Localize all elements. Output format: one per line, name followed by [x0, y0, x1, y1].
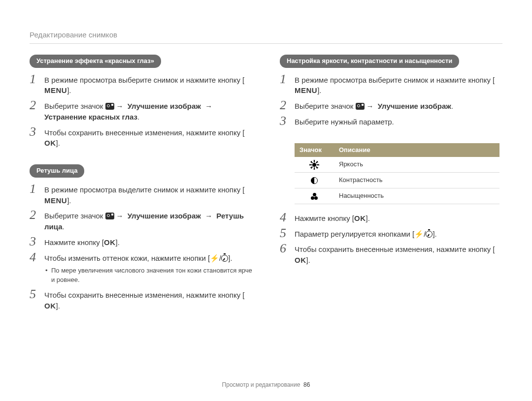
bold-text: Устранение красных глаз — [44, 113, 137, 121]
text: В режиме просмотра выделите снимок и наж… — [44, 185, 245, 194]
params-table: Значок Описание Яркость Контрастность На… — [295, 143, 499, 204]
step: Выберите нужный параметр. — [280, 117, 502, 132]
text: Нажмите кнопку [ — [295, 214, 354, 222]
step: Чтобы сохранить внесенные изменения, наж… — [280, 244, 502, 271]
table-row: Контрастность — [295, 173, 499, 188]
text: ]. — [432, 230, 436, 238]
text: ]. — [306, 256, 310, 264]
page-number: 86 — [303, 381, 310, 388]
steps-face-retouch: В режиме просмотра выделите снимок и наж… — [30, 185, 252, 316]
text: ]. — [56, 139, 60, 147]
note-list: По мере увеличения числового значения то… — [44, 266, 252, 285]
timer-icon — [426, 231, 432, 238]
arrow-icon: → — [114, 212, 126, 220]
text: В режиме просмотра выберите снимок и наж… — [44, 76, 244, 84]
step: Параметр регулируется кнопками [⚡/]. — [280, 229, 502, 245]
step: Нажмите кнопку [OK]. — [280, 213, 502, 229]
table-row: Насыщенность — [295, 188, 499, 204]
footer-section: Просмотр и редактирование — [222, 381, 300, 388]
tool-icon — [105, 213, 114, 219]
step: В режиме просмотра выделите снимок и наж… — [30, 185, 252, 211]
heading-redeye: Устранение эффекта «красных глаз» — [30, 55, 161, 68]
text: Чтобы сохранить внесенные изменения, наж… — [44, 291, 245, 299]
left-column: Устранение эффекта «красных глаз» В режи… — [30, 55, 252, 327]
heading-brightness: Настройка яркости, контрастности и насыщ… — [280, 55, 459, 68]
ok-button-label: OK — [354, 215, 366, 222]
text: Выберите значок — [295, 102, 356, 110]
bold-text: Улучшение изображ — [126, 102, 203, 110]
ok-button-label: OK — [295, 256, 306, 264]
heading-face-retouch: Ретушь лица — [30, 164, 84, 178]
menu-button-label: MENU — [44, 87, 67, 94]
step: Чтобы сохранить внесенные изменения, наж… — [30, 290, 252, 316]
two-column-layout: Устранение эффекта «красных глаз» В режи… — [30, 55, 502, 327]
steps-brightness: В режиме просмотра выберите снимок и наж… — [280, 75, 502, 132]
steps-redeye: В режиме просмотра выберите снимок и наж… — [30, 75, 252, 154]
bold-text: Улучшение изображ — [376, 102, 451, 110]
step: В режиме просмотра выберите снимок и наж… — [280, 75, 502, 101]
table-row: Яркость — [295, 157, 499, 172]
text: Выберите нужный параметр. — [295, 118, 394, 126]
brightness-icon — [311, 161, 318, 168]
flash-icon: ⚡ — [210, 254, 219, 262]
step: В режиме просмотра выберите снимок и наж… — [30, 75, 252, 101]
text: Выберите значок — [44, 102, 105, 110]
text: Чтобы сохранить внесенные изменения, наж… — [295, 245, 495, 253]
cell: Контрастность — [334, 173, 499, 188]
text: Чтобы изменить оттенок кожи, нажмите кно… — [44, 254, 210, 262]
th-desc: Описание — [334, 143, 499, 157]
divider — [30, 43, 502, 44]
arrow-icon: → — [203, 102, 214, 110]
contrast-icon — [311, 177, 318, 184]
text: ]. — [366, 214, 370, 222]
text: ]. — [116, 238, 120, 247]
th-icon: Значок — [295, 143, 334, 157]
step: Выберите значок → Улучшение изображ. — [280, 101, 502, 117]
tool-icon — [105, 103, 114, 110]
text: . — [451, 102, 453, 110]
footer: Просмотр и редактирование 86 — [0, 381, 532, 389]
step: Выберите значок → Улучшение изображ → Ре… — [30, 211, 252, 237]
text: ]. — [67, 86, 71, 94]
note: По мере увеличения числового значения то… — [44, 266, 252, 285]
arrow-icon: → — [114, 102, 126, 110]
bold-text: Улучшение изображ — [126, 212, 203, 220]
cell: Яркость — [334, 157, 499, 172]
text: . — [63, 222, 65, 231]
text: ]. — [317, 86, 321, 94]
tool-icon — [356, 103, 365, 110]
text: Нажмите кнопку [ — [44, 238, 104, 247]
text: ]. — [228, 254, 232, 262]
step: Нажмите кнопку [OK]. — [30, 237, 252, 253]
step: Чтобы сохранить внесенные изменения, наж… — [30, 127, 252, 154]
text: Выберите значок — [44, 212, 105, 220]
text: В режиме просмотра выберите снимок и наж… — [295, 76, 495, 84]
flash-icon: ⚡ — [414, 230, 424, 238]
text: ]. — [56, 302, 60, 310]
ok-button-label: OK — [44, 139, 56, 147]
text: ]. — [67, 196, 71, 205]
step: Чтобы изменить оттенок кожи, нажмите кно… — [30, 253, 252, 290]
text: Чтобы сохранить внесенные изменения, наж… — [44, 128, 245, 137]
step: Выберите значок → Улучшение изображ → Ус… — [30, 101, 252, 127]
timer-icon — [221, 255, 228, 262]
menu-button-label: MENU — [44, 197, 67, 204]
ok-button-label: OK — [104, 239, 116, 246]
cell: Насыщенность — [334, 188, 499, 204]
arrow-icon: → — [203, 212, 214, 220]
page-title: Редактирование снимков — [30, 30, 502, 40]
text: . — [137, 113, 139, 121]
arrow-icon: → — [365, 102, 376, 110]
right-column: Настройка яркости, контрастности и насыщ… — [280, 55, 502, 327]
steps-brightness-cont: Нажмите кнопку [OK]. Параметр регулирует… — [280, 213, 502, 271]
menu-button-label: MENU — [295, 87, 317, 94]
text: Параметр регулируется кнопками [ — [295, 230, 414, 238]
ok-button-label: OK — [44, 302, 56, 309]
saturation-icon — [311, 193, 318, 200]
